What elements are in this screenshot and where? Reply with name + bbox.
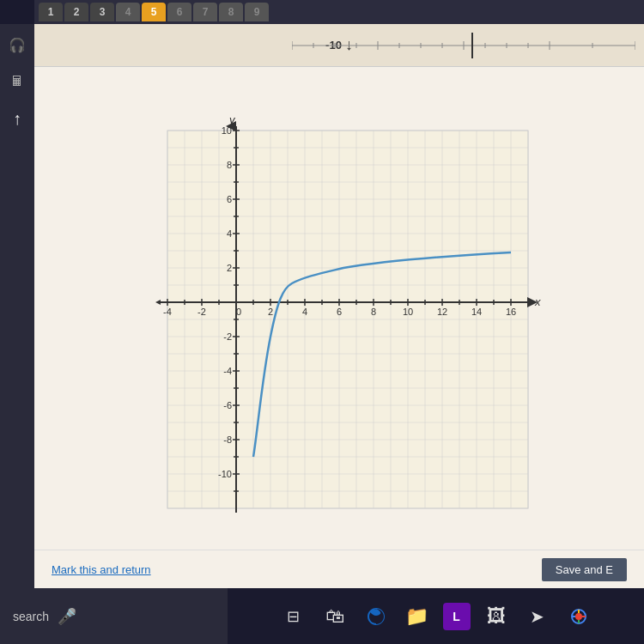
svg-text:2: 2: [268, 307, 273, 317]
l-app-icon[interactable]: L: [443, 603, 471, 630]
tab-4[interactable]: 4: [116, 3, 140, 21]
svg-text:8: 8: [371, 307, 376, 317]
svg-text:-2: -2: [197, 307, 206, 317]
send-icon[interactable]: ➤: [522, 601, 553, 632]
mark-return-link[interactable]: Mark this and return: [52, 563, 151, 576]
svg-text:-8: -8: [223, 434, 232, 445]
tab-2[interactable]: 2: [64, 3, 88, 21]
svg-text:-2: -2: [223, 331, 232, 342]
svg-text:16: 16: [506, 307, 516, 317]
svg-text:-4: -4: [163, 307, 172, 317]
svg-text:6: 6: [227, 194, 232, 204]
svg-text:10: 10: [222, 125, 232, 136]
svg-text:-4: -4: [223, 366, 232, 376]
coordinate-graph: x y -4 -2 0 2 4 6 8 10 12 14 16 10: [125, 113, 554, 543]
top-ruler: -10 ↓: [34, 24, 644, 67]
svg-text:4: 4: [302, 307, 307, 317]
sidebar: 🎧 🖩 ↑: [0, 24, 34, 608]
headphones-icon[interactable]: 🎧: [5, 33, 29, 57]
taskview-icon[interactable]: ⊟: [278, 601, 309, 632]
calculator-icon[interactable]: 🖩: [5, 70, 29, 94]
folder-icon[interactable]: 📁: [402, 601, 433, 632]
main-content: -10 ↓: [34, 24, 644, 588]
svg-text:2: 2: [227, 263, 232, 273]
taskbar: search 🎤 ⊟ 🛍 📁 L 🖼 ➤: [0, 588, 644, 644]
save-button[interactable]: Save and E: [542, 558, 627, 581]
svg-text:4: 4: [227, 228, 232, 239]
taskbar-icons: ⊟ 🛍 📁 L 🖼 ➤: [228, 601, 644, 632]
photo-icon[interactable]: 🖼: [481, 601, 512, 632]
svg-text:-10: -10: [218, 469, 232, 479]
y-axis-label: y: [228, 113, 236, 126]
search-text: search: [13, 610, 49, 623]
tab-7[interactable]: 7: [193, 3, 217, 21]
svg-text:10: 10: [403, 307, 413, 317]
store-icon[interactable]: 🛍: [319, 601, 350, 632]
svg-text:0: 0: [236, 307, 241, 317]
tab-bar: 1 2 3 4 5 6 7 8 9: [34, 0, 644, 24]
tab-6[interactable]: 6: [167, 3, 191, 21]
action-bar: Mark this and return Save and E: [34, 550, 644, 588]
graph-container: x y -4 -2 0 2 4 6 8 10 12 14 16 10: [34, 67, 644, 588]
svg-text:14: 14: [471, 307, 482, 317]
svg-point-129: [575, 613, 582, 620]
tab-5[interactable]: 5: [142, 3, 166, 21]
tab-1[interactable]: 1: [39, 3, 63, 21]
svg-text:6: 6: [337, 307, 342, 317]
tab-3[interactable]: 3: [90, 3, 114, 21]
edge-browser-icon[interactable]: [361, 601, 392, 632]
tab-8[interactable]: 8: [219, 3, 243, 21]
microphone-icon[interactable]: 🎤: [58, 607, 76, 626]
svg-text:8: 8: [227, 160, 232, 170]
taskbar-search[interactable]: search 🎤: [0, 588, 228, 644]
tab-9[interactable]: 9: [245, 3, 269, 21]
svg-text:12: 12: [437, 307, 447, 317]
chrome-icon[interactable]: [563, 601, 594, 632]
arrow-up-icon[interactable]: ↑: [5, 106, 29, 131]
svg-text:-6: -6: [223, 400, 232, 410]
x-axis-label: x: [534, 295, 541, 308]
